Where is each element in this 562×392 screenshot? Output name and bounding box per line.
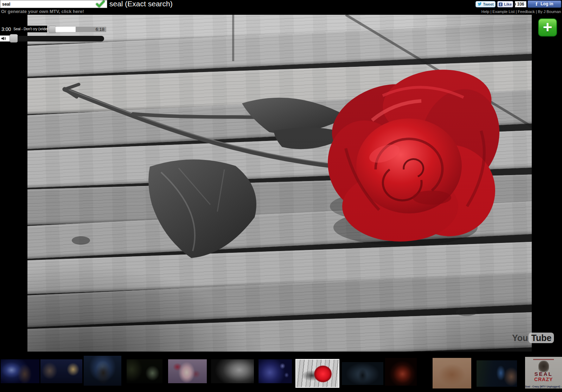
speaker-icon xyxy=(1,36,6,42)
facebook-icon: f xyxy=(499,2,503,6)
volume-slider-track[interactable] xyxy=(18,36,104,41)
add-button[interactable]: + xyxy=(538,18,557,37)
thumbnail-duet[interactable] xyxy=(40,359,82,383)
thumbnail-concert-spotlight[interactable] xyxy=(1,359,39,383)
now-playing-label: 3:00 Seal - Don't cry (xrider55) xyxy=(0,26,47,32)
help-nav-links[interactable]: Help | Example List | Feedback | By J Bo… xyxy=(481,9,561,14)
volume-slider-thumb[interactable] xyxy=(9,34,18,43)
track-title: Seal - Don't cry (xrider55) xyxy=(13,27,53,31)
thumbnail-rose-selected[interactable] xyxy=(295,359,339,388)
facebook-like-button[interactable]: f Like xyxy=(497,1,513,7)
thumbnail-face-blue[interactable] xyxy=(258,359,292,383)
thumbnail-face-bw[interactable] xyxy=(211,359,254,383)
search-input[interactable] xyxy=(0,0,107,8)
thumbnail-man-standing[interactable] xyxy=(342,362,383,385)
thumbnail-woman-floral[interactable] xyxy=(168,359,207,383)
thumbnail-suits-dark[interactable] xyxy=(127,359,162,383)
thumbnail-hand-device[interactable] xyxy=(477,360,517,387)
search-result-label: seal (Exact search) xyxy=(109,0,173,8)
current-time: 3:00 xyxy=(0,26,13,32)
volume-track-start[interactable] xyxy=(0,36,11,41)
thumbnail-dark-rose[interactable] xyxy=(385,358,417,386)
video-frame[interactable] xyxy=(27,15,532,352)
thumbnail-caption: Seal - Crazy [MTV Unplugged] - my favori… xyxy=(525,385,562,388)
youtube-logo-tube: Tube xyxy=(529,333,554,343)
seek-slider-thumb[interactable] xyxy=(49,26,56,33)
youtube-watermark[interactable]: You Tube xyxy=(512,333,554,343)
like-button-label: Like xyxy=(504,1,512,7)
thumbnail-singer-blue[interactable] xyxy=(84,356,121,386)
facebook-icon: f xyxy=(536,1,537,7)
cover-top-decoration xyxy=(533,359,554,360)
cover-figure-silhouette xyxy=(538,361,549,372)
seek-slider-track[interactable] xyxy=(56,27,76,32)
plus-icon: + xyxy=(543,18,553,36)
tweet-button-label: Tweet xyxy=(483,1,493,7)
page: seal (Exact search) Tweet f Like 336 f L… xyxy=(0,0,562,392)
thumbnail-seal-crazy-cover[interactable]: SEAL CRAZY Seal - Crazy [MTV Unplugged] … xyxy=(525,357,562,388)
tweet-button[interactable]: Tweet xyxy=(475,1,496,7)
cover-artist-name: SEAL xyxy=(525,371,562,377)
search-valid-check-icon xyxy=(95,0,105,8)
rose-illustration xyxy=(27,15,532,352)
like-count-badge: 336 xyxy=(515,1,526,7)
generate-own-mtv-link[interactable]: Or generate your own MTV, click here! xyxy=(1,8,84,14)
thumbnail-sepia-painting[interactable] xyxy=(433,358,471,388)
cover-song-title: CRAZY xyxy=(525,377,562,382)
twitter-bird-icon xyxy=(477,1,482,7)
login-button-label: Log in xyxy=(541,1,553,7)
seek-slider-buffer[interactable]: 6:18 xyxy=(76,27,106,32)
youtube-logo-you: You xyxy=(512,333,528,343)
facebook-login-button[interactable]: f Log in xyxy=(528,0,561,8)
